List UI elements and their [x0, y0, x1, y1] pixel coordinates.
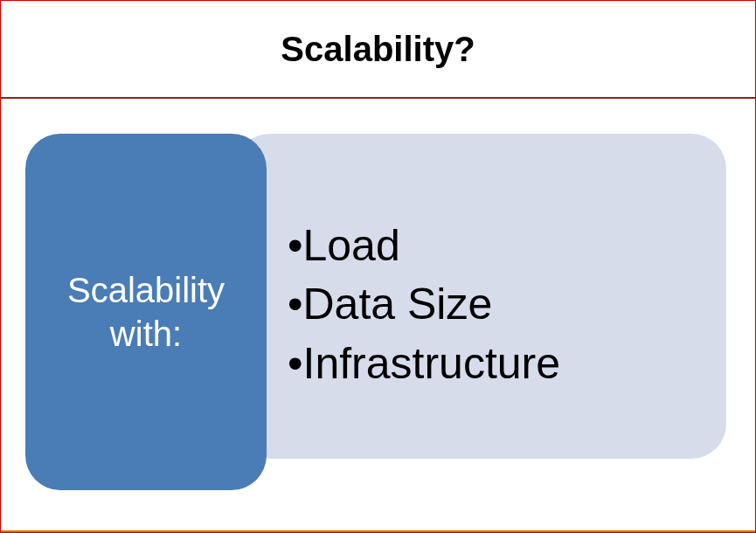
label-box: Scalability with: [25, 134, 267, 490]
content-box: •Load •Data Size •Infrastructure [235, 134, 726, 459]
bullet-item-datasize: •Data Size [288, 275, 709, 335]
bullet-item-infrastructure: •Infrastructure [288, 335, 709, 394]
title-section: Scalability? [1, 1, 755, 99]
slide: Scalability? •Load •Data Size •Infrastru… [0, 0, 756, 533]
label-line-2: with: [110, 315, 182, 353]
label-text: Scalability with: [67, 268, 225, 356]
bullet-item-load: •Load [288, 217, 709, 276]
content-section: •Load •Data Size •Infrastructure Scalabi… [1, 99, 755, 518]
slide-title: Scalability? [281, 30, 475, 69]
diagram-container: •Load •Data Size •Infrastructure Scalabi… [25, 134, 731, 492]
label-line-1: Scalability [67, 271, 225, 309]
bottom-border [1, 530, 755, 532]
